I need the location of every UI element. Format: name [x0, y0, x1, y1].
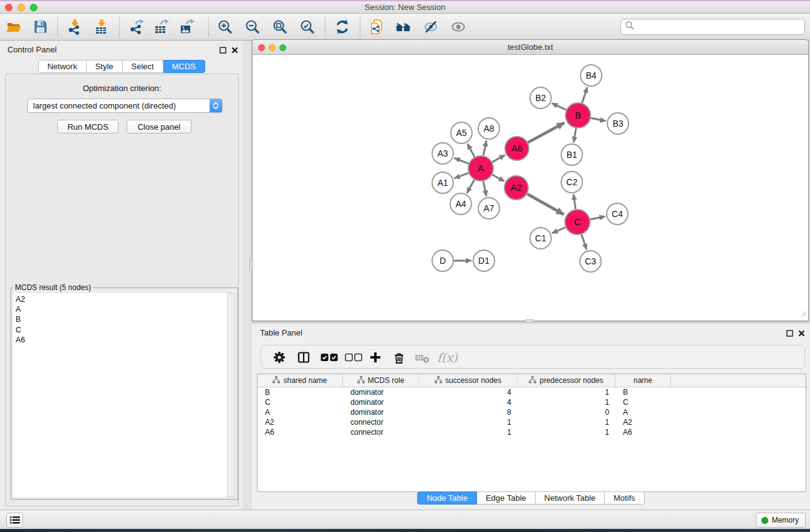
zoom-selected-icon[interactable] — [298, 17, 317, 36]
mcds-result-list[interactable]: A2ABCA6 — [13, 293, 227, 497]
search-input[interactable] — [637, 21, 804, 33]
deselect-all-checkboxes-icon[interactable] — [345, 349, 362, 366]
show-all-networks-icon[interactable] — [394, 17, 413, 36]
network-node-A5[interactable]: A5 — [451, 122, 472, 143]
table-cell[interactable]: 1 — [518, 418, 615, 427]
edge-A-A6[interactable] — [492, 155, 504, 162]
table-cell[interactable]: 4 — [419, 398, 518, 407]
delete-row-trash-icon[interactable] — [392, 349, 406, 366]
mcds-result-item[interactable]: A — [16, 304, 227, 314]
function-builder-icon[interactable]: f(x) — [437, 349, 458, 366]
table-row[interactable]: A6connector11A6 — [258, 427, 806, 437]
edge-A-A8[interactable] — [483, 141, 486, 156]
tab-mcds[interactable]: MCDS — [163, 60, 205, 73]
column-header-shared-name[interactable]: shared name — [258, 374, 343, 387]
network-node-A6[interactable]: A6 — [505, 137, 529, 160]
close-window-button[interactable] — [5, 4, 12, 11]
zoom-out-icon[interactable] — [243, 17, 262, 36]
table-cell[interactable]: A6 — [258, 428, 343, 437]
mcds-result-item[interactable]: C — [16, 325, 227, 335]
new-network-from-file-icon[interactable] — [368, 17, 387, 36]
network-node-B[interactable]: B — [566, 103, 591, 128]
close-panel-icon[interactable] — [231, 45, 238, 56]
network-node-D1[interactable]: D1 — [473, 250, 494, 271]
table-cell[interactable]: A — [258, 408, 343, 417]
tab-network[interactable]: Network — [38, 60, 87, 73]
column-header-name[interactable]: name — [615, 374, 671, 387]
table-cell[interactable]: 1 — [419, 428, 518, 437]
memory-button[interactable]: Memory — [756, 513, 806, 528]
table-row[interactable]: Adominator80A — [258, 407, 806, 417]
network-canvas[interactable]: B4B2BB3A8A5A6A3B1AC2A1A2A4A7C4CC1C3DD1 — [253, 55, 808, 321]
network-node-B2[interactable]: B2 — [530, 87, 551, 109]
network-node-C3[interactable]: C3 — [580, 251, 601, 272]
edge-A-A1[interactable] — [455, 173, 469, 178]
edge-A2-C[interactable] — [527, 194, 564, 215]
network-node-A7[interactable]: A7 — [478, 198, 499, 219]
network-node-A4[interactable]: A4 — [450, 193, 471, 215]
table-cell[interactable]: C — [258, 398, 343, 407]
network-node-A3[interactable]: A3 — [432, 143, 453, 164]
table-cell[interactable]: C — [615, 398, 671, 407]
edge-B-B1[interactable] — [574, 128, 576, 143]
tab-select[interactable]: Select — [123, 60, 163, 73]
edge-B-B3[interactable] — [591, 118, 606, 121]
table-cell[interactable]: A6 — [615, 428, 671, 437]
zoom-fit-icon[interactable] — [271, 17, 289, 36]
task-history-button[interactable] — [6, 513, 23, 528]
edge-A-A2[interactable] — [492, 175, 504, 181]
mcds-result-item[interactable]: B — [16, 314, 227, 324]
search-field[interactable] — [620, 19, 805, 35]
edge-A-A7[interactable] — [483, 181, 486, 196]
edge-A-A4[interactable] — [467, 180, 475, 193]
tab-motifs[interactable]: Motifs — [605, 491, 645, 505]
network-node-A[interactable]: A — [468, 156, 493, 181]
float-panel-icon[interactable] — [219, 45, 226, 56]
table-cell[interactable]: 8 — [419, 408, 518, 417]
close-panel-icon[interactable] — [798, 328, 805, 339]
edge-A-A3[interactable] — [455, 158, 469, 163]
network-node-C[interactable]: C — [565, 210, 590, 235]
network-node-A8[interactable]: A8 — [478, 118, 499, 139]
network-zoom-button[interactable] — [279, 44, 286, 51]
export-table-icon[interactable] — [152, 17, 171, 36]
tab-network-table[interactable]: Network Table — [536, 491, 605, 505]
edge-A-A5[interactable] — [468, 144, 475, 157]
table-cell[interactable]: 1 — [518, 398, 615, 407]
column-header-predecessor-nodes[interactable]: predecessor nodes — [518, 374, 615, 387]
table-cell[interactable]: 1 — [419, 418, 518, 427]
add-row-plus-icon[interactable] — [369, 349, 382, 366]
network-node-D[interactable]: D — [432, 250, 453, 271]
toggle-graphics-details-icon[interactable] — [422, 17, 440, 36]
network-node-C2[interactable]: C2 — [561, 172, 582, 193]
open-session-icon[interactable] — [4, 17, 23, 36]
close-panel-button[interactable]: Close panel — [127, 120, 191, 133]
table-cell[interactable]: dominator — [343, 408, 419, 417]
network-node-C4[interactable]: C4 — [607, 203, 628, 225]
table-cell[interactable]: A — [615, 408, 671, 417]
network-close-button[interactable] — [258, 44, 265, 51]
table-cell[interactable]: B — [258, 388, 343, 397]
save-session-icon[interactable] — [31, 17, 50, 36]
table-cell[interactable]: connector — [343, 418, 419, 427]
network-node-A2[interactable]: A2 — [504, 176, 528, 200]
import-table-icon[interactable] — [92, 17, 111, 36]
edge-A6-B[interactable] — [528, 123, 564, 143]
network-node-B4[interactable]: B4 — [581, 65, 602, 86]
float-panel-icon[interactable] — [786, 328, 793, 339]
table-cell[interactable]: A2 — [615, 418, 671, 427]
edge-C-C1[interactable] — [552, 228, 566, 233]
edge-B-B4[interactable] — [582, 87, 587, 103]
network-window-titlebar[interactable]: testGlobe.txt — [253, 40, 808, 55]
vertical-splitter-handle[interactable] — [249, 259, 253, 269]
delete-table-icon[interactable] — [415, 349, 430, 366]
table-cell[interactable]: 4 — [419, 388, 518, 397]
split-view-columns-icon[interactable] — [297, 349, 311, 366]
export-image-icon[interactable] — [178, 17, 196, 36]
run-mcds-button[interactable]: Run MCDS — [57, 120, 118, 133]
mcds-result-item[interactable]: A2 — [16, 294, 227, 304]
table-cell[interactable]: 1 — [518, 428, 615, 437]
network-node-C1[interactable]: C1 — [530, 228, 551, 249]
mcds-result-item[interactable]: A6 — [16, 335, 227, 345]
table-row[interactable]: A2connector11A2 — [258, 417, 806, 427]
